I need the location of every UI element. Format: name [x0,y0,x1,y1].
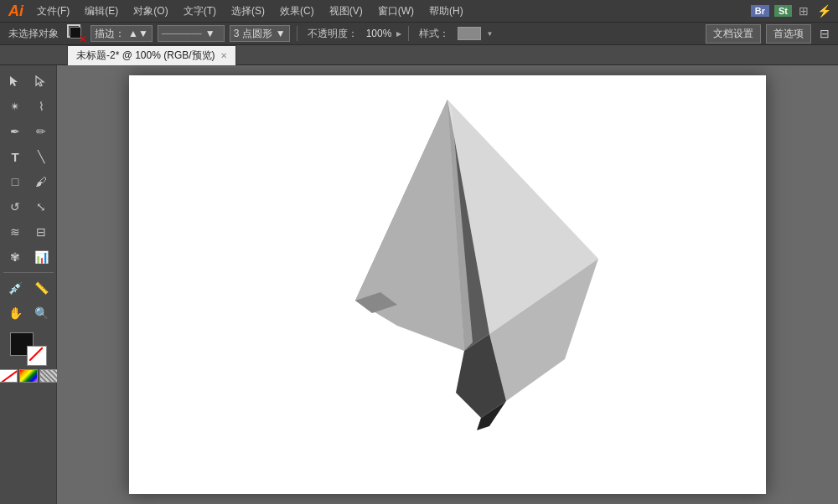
none-swatch[interactable] [0,369,18,383]
svg-marker-10 [355,100,464,351]
fg-bg-swatches [10,332,47,366]
menu-view[interactable]: 视图(V) [323,3,370,20]
graph-tool[interactable]: 📊 [28,245,54,269]
menu-help[interactable]: 帮助(H) [422,3,470,20]
stroke-weight-selector[interactable]: 描边： ▲▼ [91,25,153,42]
svg-line-1 [0,370,18,383]
scale-tool[interactable]: ⤡ [28,195,54,219]
style-swatch[interactable] [458,27,481,40]
tool-row-select [3,69,54,93]
rotate-tool[interactable]: ↺ [3,195,28,219]
tool-row-graph: ✾ 📊 [3,245,54,269]
color-area [0,326,56,389]
menu-object[interactable]: 对象(O) [127,3,174,20]
pattern-swatch[interactable] [39,369,58,383]
point-shape-selector[interactable]: 3 点圆形 ▼ [230,25,290,42]
stock-button[interactable]: St [774,5,792,17]
warp-tool[interactable]: ≋ [3,220,28,244]
object-label: 未选择对象 [5,27,62,41]
divider-2 [408,26,409,41]
main-layout: ✴ ⌇ ✒ ✏ T ╲ □ 🖌 ↺ ⤡ ≋ ⊟ ✾ 📊 💉 📏 [0,65,838,504]
menu-bar: Ai 文件(F) 编辑(E) 对象(O) 文字(T) 选择(S) 效果(C) 视… [0,0,838,22]
style-label: 样式： [416,27,453,41]
doc-setup-button[interactable]: 文档设置 [706,24,761,44]
app-logo: Ai [3,3,28,20]
stroke-none-icon: ✕ [79,34,87,44]
rectangle-tool[interactable]: □ [3,170,28,193]
stroke-none-marker [29,347,43,361]
point-shape-arrow: ▼ [276,28,286,39]
menu-text[interactable]: 文字(T) [177,3,223,20]
menu-effect[interactable]: 效果(C) [273,3,321,20]
pen-tool[interactable]: ✒ [3,120,28,143]
paper-plane-graphic [272,91,623,443]
prefs-button[interactable]: 首选项 [766,24,811,44]
power-icon[interactable]: ⚡ [814,4,835,18]
tool-row-rotate: ↺ ⤡ [3,195,54,219]
options-bar: 未选择对象 ✕ 描边： ▲▼ ———— ▼ 3 点圆形 ▼ 不透明度： 100%… [0,22,838,45]
svg-line-0 [29,347,43,361]
stroke-color-indicator[interactable]: ✕ [67,24,85,43]
artboard [129,75,766,494]
stroke-value-box[interactable]: ———— ▼ [158,25,225,42]
type-tool[interactable]: T [3,145,28,168]
grid-icon[interactable]: ⊞ [795,4,812,18]
paintbrush-tool[interactable]: 🖌 [28,170,54,193]
color-swatch[interactable] [19,369,38,383]
zoom-tool[interactable]: 🔍 [28,301,54,325]
tool-separator-1 [3,272,54,273]
tab-close-icon[interactable]: ✕ [220,51,227,60]
measure-tool[interactable]: 📏 [28,276,54,300]
opacity-value: 100% [366,28,392,39]
style-arrow[interactable]: ▼ [486,30,493,38]
tool-row-shape: □ 🖌 [3,170,54,193]
tool-row-warp: ≋ ⊟ [3,220,54,244]
divider-1 [297,26,297,41]
point-shape-value: 3 点圆形 [234,27,272,41]
menu-select[interactable]: 选择(S) [225,3,272,20]
opacity-label: 不透明度： [304,27,361,41]
tool-row-eyedropper: 💉 📏 [3,276,54,300]
stroke-value-arrow: ▼ [205,28,215,39]
tool-row-hand: ✋ 🔍 [3,301,54,325]
add-anchor-tool[interactable]: ✏ [28,120,54,143]
lasso-tool[interactable]: ⌇ [28,95,54,118]
tab-bar: 未标题-2* @ 100% (RGB/预览) ✕ [0,45,838,65]
tool-row-pen: ✒ ✏ [3,120,54,143]
document-tab[interactable]: 未标题-2* @ 100% (RGB/预览) ✕ [67,45,236,65]
eyedropper-tool[interactable]: 💉 [3,276,28,300]
stroke-arrow-icon: ▲▼ [128,28,148,39]
symbol-tool[interactable]: ✾ [3,245,28,269]
arrange-icon[interactable]: ⊟ [816,27,833,40]
mini-swatches [0,369,58,383]
stroke-label: 描边： [95,27,125,41]
opacity-arrow[interactable]: ▶ [396,30,401,38]
menu-file[interactable]: 文件(F) [30,3,76,20]
toolbox: ✴ ⌇ ✒ ✏ T ╲ □ 🖌 ↺ ⤡ ≋ ⊟ ✾ 📊 💉 📏 [0,65,57,504]
hand-tool[interactable]: ✋ [3,301,28,325]
canvas-area[interactable] [57,65,838,504]
menu-edit[interactable]: 编辑(E) [78,3,125,20]
bridge-button[interactable]: Br [751,5,769,17]
tool-row-type: T ╲ [3,145,54,168]
transform-tool[interactable]: ⊟ [28,220,54,244]
tab-label: 未标题-2* @ 100% (RGB/预览) [76,49,215,63]
line-tool[interactable]: ╲ [28,145,54,168]
menu-window[interactable]: 窗口(W) [371,3,421,20]
tool-row-magic: ✴ ⌇ [3,95,54,118]
magic-wand-tool[interactable]: ✴ [3,95,28,118]
direct-select-tool[interactable] [28,69,54,93]
selection-tool[interactable] [3,69,28,93]
